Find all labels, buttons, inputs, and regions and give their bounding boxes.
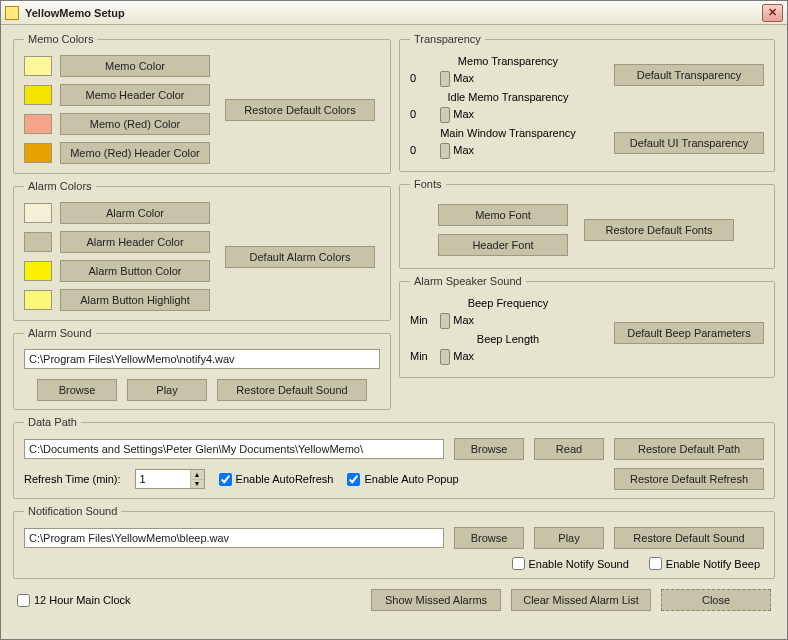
transparency-min-label: 0 [410,72,434,84]
transparency-max-label: Max [446,72,474,84]
close-button[interactable]: Close [661,589,771,611]
enable-notify-beep-checkbox[interactable]: Enable Notify Beep [649,557,760,570]
notify-play-button[interactable]: Play [534,527,604,549]
data-path-browse-button[interactable]: Browse [454,438,524,460]
refresh-time-input[interactable] [136,470,190,488]
beep-slider-block: Beep LengthMinMax [410,333,606,365]
alarm-color-button[interactable]: Alarm Button Color [60,260,210,282]
alarm-color-row: Alarm Button Color [24,260,210,282]
memo-color-button[interactable]: Memo Header Color [60,84,210,106]
memo-colors-legend: Memo Colors [24,33,97,45]
transparency-slider-block: Main Window Transparency0Max [410,127,606,159]
12-hour-clock-checkbox[interactable]: 12 Hour Main Clock [17,594,131,607]
alarm-color-swatch[interactable] [24,232,52,252]
alarm-color-swatch[interactable] [24,290,52,310]
refresh-time-spinner[interactable]: ▲ ▼ [135,469,205,489]
transparency-slider-thumb[interactable] [440,143,450,159]
memo-color-row: Memo Color [24,55,210,77]
default-ui-transparency-button[interactable]: Default UI Transparency [614,132,764,154]
alarm-color-button[interactable]: Alarm Header Color [60,231,210,253]
beep-slider-title: Beep Length [410,333,606,345]
memo-color-swatch[interactable] [24,85,52,105]
enable-autopopup-checkbox[interactable]: Enable Auto Popup [347,473,458,486]
alarm-color-swatch[interactable] [24,203,52,223]
transparency-slider-title: Idle Memo Transparency [410,91,606,103]
transparency-slider-thumb[interactable] [440,107,450,123]
alarm-color-swatch[interactable] [24,261,52,281]
notification-sound-group: Notification Sound Browse Play Restore D… [13,505,775,579]
data-path-input[interactable] [24,439,444,459]
refresh-time-label: Refresh Time (min): [24,473,121,485]
alarm-sound-restore-button[interactable]: Restore Default Sound [217,379,367,401]
notify-restore-button[interactable]: Restore Default Sound [614,527,764,549]
fonts-group: Fonts Memo Font Header Font Restore Defa… [399,178,775,269]
beep-max-label: Max [446,314,474,326]
alarm-sound-legend: Alarm Sound [24,327,96,339]
alarm-colors-group: Alarm Colors Alarm ColorAlarm Header Col… [13,180,391,321]
notification-sound-legend: Notification Sound [24,505,121,517]
beep-slider-thumb[interactable] [440,349,450,365]
clear-missed-alarm-button[interactable]: Clear Missed Alarm List [511,589,651,611]
memo-color-swatch[interactable] [24,114,52,134]
transparency-slider-block: Memo Transparency0Max [410,55,606,87]
alarm-speaker-legend: Alarm Speaker Sound [410,275,526,287]
alarm-color-button[interactable]: Alarm Button Highlight [60,289,210,311]
transparency-min-label: 0 [410,144,434,156]
transparency-slider-block: Idle Memo Transparency0Max [410,91,606,123]
enable-notify-sound-checkbox[interactable]: Enable Notify Sound [512,557,629,570]
alarm-speaker-group: Alarm Speaker Sound Beep FrequencyMinMax… [399,275,775,378]
memo-color-button[interactable]: Memo (Red) Header Color [60,142,210,164]
fonts-legend: Fonts [410,178,446,190]
beep-slider-thumb[interactable] [440,313,450,329]
data-path-legend: Data Path [24,416,81,428]
alarm-sound-group: Alarm Sound Browse Play Restore Default … [13,327,391,410]
show-missed-alarms-button[interactable]: Show Missed Alarms [371,589,501,611]
data-path-read-button[interactable]: Read [534,438,604,460]
alarm-color-row: Alarm Button Highlight [24,289,210,311]
memo-color-row: Memo (Red) Header Color [24,142,210,164]
transparency-slider-title: Memo Transparency [410,55,606,67]
beep-max-label: Max [446,350,474,362]
restore-default-refresh-button[interactable]: Restore Default Refresh [614,468,764,490]
titlebar: YellowMemo Setup ✕ [1,1,787,25]
alarm-sound-play-button[interactable]: Play [127,379,207,401]
beep-slider-title: Beep Frequency [410,297,606,309]
window-close-button[interactable]: ✕ [762,4,783,22]
setup-window: YellowMemo Setup ✕ Memo Colors Memo Colo… [0,0,788,640]
transparency-slider-title: Main Window Transparency [410,127,606,139]
alarm-color-row: Alarm Color [24,202,210,224]
memo-color-row: Memo Header Color [24,84,210,106]
default-transparency-button[interactable]: Default Transparency [614,64,764,86]
enable-autorefresh-checkbox[interactable]: Enable AutoRefresh [219,473,334,486]
spin-up-icon[interactable]: ▲ [191,470,204,480]
spin-down-icon[interactable]: ▼ [191,480,204,489]
memo-color-swatch[interactable] [24,56,52,76]
transparency-slider-thumb[interactable] [440,71,450,87]
notify-sound-path-input[interactable] [24,528,444,548]
transparency-min-label: 0 [410,108,434,120]
window-title: YellowMemo Setup [25,7,125,19]
default-beep-button[interactable]: Default Beep Parameters [614,322,764,344]
header-font-button[interactable]: Header Font [438,234,568,256]
memo-color-row: Memo (Red) Color [24,113,210,135]
restore-fonts-button[interactable]: Restore Default Fonts [584,219,734,241]
restore-default-path-button[interactable]: Restore Default Path [614,438,764,460]
restore-memo-colors-button[interactable]: Restore Default Colors [225,99,375,121]
memo-font-button[interactable]: Memo Font [438,204,568,226]
alarm-color-button[interactable]: Alarm Color [60,202,210,224]
transparency-max-label: Max [446,144,474,156]
notify-browse-button[interactable]: Browse [454,527,524,549]
transparency-legend: Transparency [410,33,485,45]
alarm-color-row: Alarm Header Color [24,231,210,253]
alarm-sound-browse-button[interactable]: Browse [37,379,117,401]
memo-color-button[interactable]: Memo Color [60,55,210,77]
default-alarm-colors-button[interactable]: Default Alarm Colors [225,246,375,268]
beep-slider-block: Beep FrequencyMinMax [410,297,606,329]
app-icon [5,6,19,20]
memo-colors-group: Memo Colors Memo ColorMemo Header ColorM… [13,33,391,174]
transparency-max-label: Max [446,108,474,120]
alarm-sound-path-input[interactable] [24,349,380,369]
memo-color-button[interactable]: Memo (Red) Color [60,113,210,135]
memo-color-swatch[interactable] [24,143,52,163]
data-path-group: Data Path Browse Read Restore Default Pa… [13,416,775,499]
